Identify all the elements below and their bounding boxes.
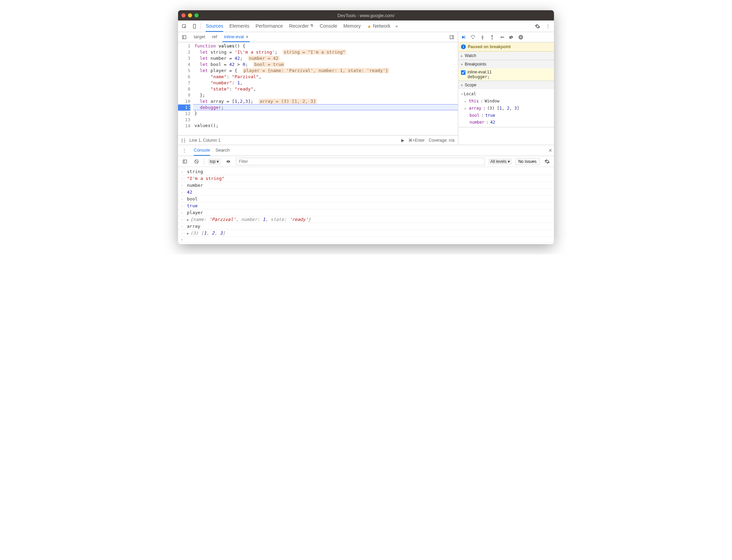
info-icon: i bbox=[461, 44, 466, 49]
navigator-toggle-icon[interactable] bbox=[180, 33, 188, 41]
paused-banner: i Paused on breakpoint bbox=[458, 42, 554, 52]
editor-panel: targetrefinline-eval × 12345678910111213… bbox=[178, 32, 458, 145]
console-settings-icon[interactable] bbox=[543, 157, 551, 166]
console-row: ›player bbox=[178, 209, 554, 216]
svg-point-7 bbox=[492, 38, 492, 39]
console-row: ›string bbox=[178, 168, 554, 175]
console-row: ‹·"I'm a string" bbox=[178, 175, 554, 182]
console-row: ‹·▶{name: 'Parzival', number: 1, state: … bbox=[178, 216, 554, 223]
tab-performance[interactable]: Performance bbox=[256, 20, 283, 32]
tab-recorder[interactable]: Recorder ⚗ bbox=[289, 20, 314, 32]
run-snippet-icon[interactable] bbox=[448, 33, 456, 41]
scope-group[interactable]: Local bbox=[461, 90, 551, 98]
step-icon[interactable] bbox=[499, 34, 505, 40]
pause-icon[interactable] bbox=[518, 34, 524, 40]
drawer-tabs: ⋮ ConsoleSearch × bbox=[178, 145, 554, 156]
file-tab-ref[interactable]: ref bbox=[211, 32, 218, 42]
settings-icon[interactable] bbox=[533, 22, 542, 30]
scope-header[interactable]: Scope bbox=[458, 81, 554, 89]
svg-point-15 bbox=[228, 161, 229, 162]
breakpoint-checkbox[interactable] bbox=[461, 70, 465, 75]
minimize-window-button[interactable] bbox=[188, 13, 192, 17]
coverage-label[interactable]: Coverage: n/a bbox=[429, 138, 455, 143]
breakpoints-header[interactable]: Breakpoints bbox=[458, 60, 554, 68]
paused-message: Paused on breakpoint bbox=[468, 44, 511, 49]
console-toolbar: top ▾ All levels ▾ No Issues bbox=[178, 156, 554, 167]
context-selector[interactable]: top ▾ bbox=[208, 158, 221, 165]
debugger-sidebar: i Paused on breakpoint Watch Breakpoints… bbox=[458, 32, 554, 145]
console-filter-input[interactable] bbox=[236, 158, 485, 165]
code-editor[interactable]: 1234567891011121314 function values() { … bbox=[178, 42, 458, 135]
cursor-position: Line 1, Column 1 bbox=[189, 138, 220, 143]
svg-rect-3 bbox=[450, 36, 454, 39]
svg-point-6 bbox=[482, 38, 483, 39]
run-shortcut-hint: ⌘+Enter bbox=[408, 138, 425, 143]
tab-elements[interactable]: Elements bbox=[229, 20, 249, 32]
resume-icon[interactable] bbox=[460, 34, 466, 40]
window-controls bbox=[181, 13, 199, 17]
tab-sources[interactable]: Sources bbox=[206, 20, 223, 32]
svg-rect-11 bbox=[521, 36, 521, 38]
tab-console[interactable]: Console bbox=[320, 20, 337, 32]
run-icon[interactable]: ▶ bbox=[401, 138, 404, 143]
tab-memory[interactable]: Memory bbox=[343, 20, 361, 32]
breakpoints-section: Breakpoints inline-eval:11debugger; bbox=[458, 60, 554, 81]
file-tab-target[interactable]: target bbox=[192, 32, 206, 42]
debugger-toolbar bbox=[458, 32, 554, 42]
window-title: DevTools - www.google.com/ bbox=[338, 13, 395, 18]
drawer-tab-console[interactable]: Console bbox=[194, 145, 210, 156]
close-tab-icon[interactable]: × bbox=[246, 34, 248, 40]
panel-tabs: SourcesElementsPerformanceRecorder ⚗Cons… bbox=[206, 20, 391, 32]
console-row: ‹·true bbox=[178, 202, 554, 209]
drawer: ⋮ ConsoleSearch × top ▾ All levels ▾ No … bbox=[178, 145, 554, 244]
step-out-icon[interactable] bbox=[489, 34, 495, 40]
svg-point-9 bbox=[518, 35, 523, 39]
scope-variable[interactable]: this: Window bbox=[461, 98, 551, 105]
console-row: ‹·▶(3) [1, 2, 3] bbox=[178, 230, 554, 237]
console-log[interactable]: ›string‹·"I'm a string"›number‹·42›bool‹… bbox=[178, 167, 554, 244]
console-row: ›array bbox=[178, 223, 554, 230]
scope-section: Scope Localthis: Windowarray: (3) [1, 2,… bbox=[458, 81, 554, 127]
scope-variable[interactable]: array: (3) [1, 2, 3] bbox=[461, 105, 551, 112]
live-expression-icon[interactable] bbox=[224, 157, 232, 166]
console-sidebar-toggle-icon[interactable] bbox=[181, 157, 189, 166]
watch-section: Watch bbox=[458, 52, 554, 60]
breakpoint-item[interactable]: inline-eval:11debugger; bbox=[458, 68, 554, 81]
svg-rect-4 bbox=[464, 36, 465, 39]
device-toggle-icon[interactable] bbox=[190, 22, 199, 30]
editor-statusbar: { } Line 1, Column 1 ▶ ⌘+Enter Coverage:… bbox=[178, 135, 458, 145]
file-tabs: targetrefinline-eval × bbox=[178, 32, 458, 42]
scope-variable[interactable]: number: 42 bbox=[461, 119, 551, 126]
tab-network[interactable]: ▲Network bbox=[367, 20, 390, 32]
svg-point-8 bbox=[503, 37, 504, 38]
drawer-menu-icon[interactable]: ⋮ bbox=[180, 146, 188, 155]
close-drawer-icon[interactable]: × bbox=[549, 148, 552, 154]
inspect-icon[interactable] bbox=[180, 22, 188, 30]
svg-rect-12 bbox=[183, 160, 187, 163]
drawer-tab-search[interactable]: Search bbox=[216, 145, 230, 156]
console-row: ‹·42 bbox=[178, 189, 554, 196]
deactivate-breakpoints-icon[interactable] bbox=[508, 34, 514, 40]
close-window-button[interactable] bbox=[181, 13, 186, 17]
console-row: ›bool bbox=[178, 196, 554, 202]
file-tab-inline-eval[interactable]: inline-eval × bbox=[222, 32, 250, 42]
watch-header[interactable]: Watch bbox=[458, 52, 554, 60]
svg-rect-1 bbox=[193, 24, 196, 28]
console-row: › bbox=[178, 237, 554, 243]
main-area: targetrefinline-eval × 12345678910111213… bbox=[178, 32, 554, 145]
clear-console-icon[interactable] bbox=[192, 157, 201, 166]
pretty-print-icon[interactable]: { } bbox=[181, 138, 185, 143]
issues-button[interactable]: No Issues bbox=[515, 158, 540, 165]
svg-rect-10 bbox=[520, 36, 520, 38]
log-levels-selector[interactable]: All levels ▾ bbox=[488, 158, 512, 165]
devtools-window: DevTools - www.google.com/ SourcesElemen… bbox=[178, 10, 554, 244]
zoom-window-button[interactable] bbox=[194, 13, 199, 17]
titlebar: DevTools - www.google.com/ bbox=[178, 10, 554, 20]
scope-variable[interactable]: bool: true bbox=[461, 112, 551, 119]
more-tabs-icon[interactable]: » bbox=[393, 22, 401, 30]
svg-point-5 bbox=[473, 38, 473, 39]
step-over-icon[interactable] bbox=[470, 34, 476, 40]
step-into-icon[interactable] bbox=[479, 34, 486, 40]
console-row: ›number bbox=[178, 182, 554, 189]
more-menu-icon[interactable]: ⋮ bbox=[544, 22, 552, 30]
